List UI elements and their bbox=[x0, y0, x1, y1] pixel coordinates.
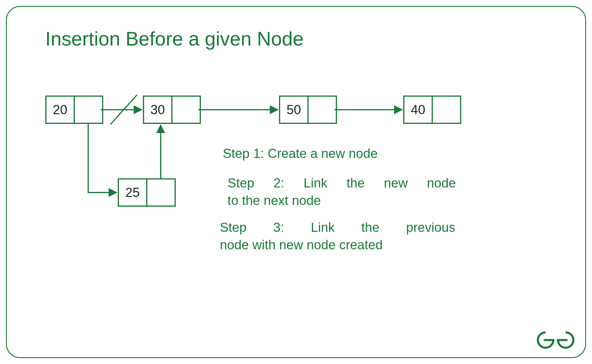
geeksforgeeks-logo-icon bbox=[535, 328, 576, 352]
node-25-new: 25 bbox=[118, 178, 176, 207]
node-20-pointer bbox=[75, 97, 102, 123]
node-20: 20 bbox=[45, 96, 103, 124]
step-3-line2: node with new node created bbox=[220, 236, 383, 253]
node-20-value: 20 bbox=[46, 97, 75, 123]
diagram-frame: Insertion Before a given Node 20 30 50 4… bbox=[6, 6, 586, 358]
node-30: 30 bbox=[143, 96, 201, 124]
node-25-pointer bbox=[147, 179, 175, 206]
step-3-line1: Step 3: Link the previous bbox=[220, 219, 455, 236]
node-50-value: 50 bbox=[280, 97, 309, 123]
step-2-line2: to the next node bbox=[228, 192, 321, 209]
node-50: 50 bbox=[279, 96, 337, 124]
node-30-value: 30 bbox=[144, 97, 172, 123]
node-25-value: 25 bbox=[119, 179, 147, 206]
step-1-text: Step 1: Create a new node bbox=[223, 145, 378, 162]
node-30-pointer bbox=[172, 97, 200, 123]
broken-link-slash bbox=[110, 95, 137, 124]
node-40: 40 bbox=[403, 96, 461, 124]
arrow-20-to-25 bbox=[88, 124, 117, 192]
node-40-value: 40 bbox=[404, 97, 433, 123]
diagram-title: Insertion Before a given Node bbox=[45, 27, 304, 50]
step-2-line1: Step 2: Link the new node bbox=[228, 174, 456, 192]
node-40-pointer bbox=[433, 97, 460, 123]
node-50-pointer bbox=[309, 97, 336, 123]
